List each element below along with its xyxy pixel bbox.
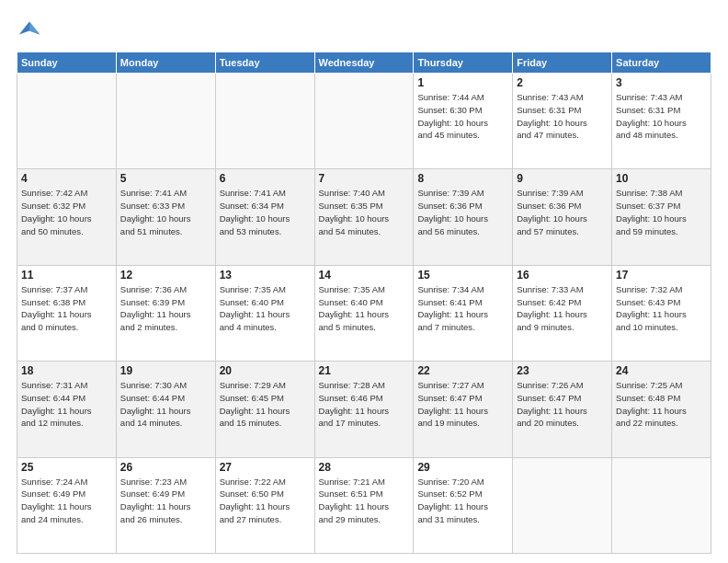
day-info: Sunrise: 7:33 AMSunset: 6:42 PMDaylight:… [517, 283, 608, 334]
day-info-line: and 29 minutes. [319, 514, 381, 524]
day-info-line: Daylight: 11 hours [417, 309, 488, 319]
calendar-cell [513, 457, 612, 553]
day-info-line: Sunrise: 7:32 AM [616, 284, 682, 294]
calendar-cell: 6Sunrise: 7:41 AMSunset: 6:34 PMDaylight… [215, 169, 314, 265]
day-info-line: Sunrise: 7:26 AM [517, 380, 583, 390]
calendar-week-5: 25Sunrise: 7:24 AMSunset: 6:49 PMDayligh… [17, 457, 711, 553]
day-info-line: Sunrise: 7:29 AM [220, 380, 286, 390]
day-info-line: Sunset: 6:48 PM [616, 393, 680, 403]
day-info: Sunrise: 7:41 AMSunset: 6:33 PMDaylight:… [120, 187, 211, 237]
day-info-line: Daylight: 11 hours [21, 309, 92, 319]
day-info-line: Sunset: 6:35 PM [319, 201, 383, 211]
day-info-line: Sunset: 6:49 PM [21, 488, 85, 499]
calendar-cell: 7Sunrise: 7:40 AMSunset: 6:35 PMDaylight… [314, 169, 414, 265]
day-info-line: Daylight: 11 hours [220, 406, 290, 416]
day-info: Sunrise: 7:37 AMSunset: 6:38 PMDaylight:… [21, 283, 112, 334]
day-info-line: Sunrise: 7:21 AM [319, 477, 385, 487]
day-info: Sunrise: 7:43 AMSunset: 6:31 PMDaylight:… [616, 91, 707, 142]
day-info-line: Daylight: 10 hours [517, 118, 587, 128]
day-number: 10 [616, 172, 707, 185]
day-info-line: Sunset: 6:37 PM [616, 201, 680, 211]
day-info-line: and 57 minutes. [517, 226, 579, 236]
calendar-cell: 8Sunrise: 7:39 AMSunset: 6:36 PMDaylight… [414, 169, 513, 265]
day-info-line: and 17 minutes. [319, 418, 381, 428]
calendar-week-2: 4Sunrise: 7:42 AMSunset: 6:32 PMDaylight… [17, 169, 711, 265]
day-info-line: Daylight: 10 hours [21, 213, 92, 224]
day-info-line: Daylight: 11 hours [120, 309, 191, 319]
day-info-line: Sunset: 6:34 PM [220, 201, 284, 211]
day-info-line: Sunset: 6:31 PM [517, 105, 581, 115]
day-info: Sunrise: 7:21 AMSunset: 6:51 PMDaylight:… [319, 476, 410, 526]
logo [17, 17, 46, 42]
day-number: 25 [21, 461, 112, 474]
day-info-line: Sunrise: 7:36 AM [120, 284, 187, 294]
day-info-line: and 54 minutes. [319, 226, 381, 236]
day-info-line: Sunrise: 7:43 AM [517, 92, 583, 102]
day-info-line: and 5 minutes. [319, 322, 376, 332]
day-info-line: Sunrise: 7:22 AM [220, 477, 286, 487]
day-info-line: Sunset: 6:30 PM [417, 105, 482, 115]
day-info-line: and 50 minutes. [21, 226, 84, 236]
calendar-cell: 21Sunrise: 7:28 AMSunset: 6:46 PMDayligh… [314, 362, 414, 457]
day-info: Sunrise: 7:36 AMSunset: 6:39 PMDaylight:… [120, 283, 211, 334]
day-info-line: Daylight: 10 hours [220, 213, 290, 224]
day-info-line: Daylight: 11 hours [517, 406, 587, 416]
day-info: Sunrise: 7:23 AMSunset: 6:49 PMDaylight:… [120, 476, 211, 526]
calendar-cell: 24Sunrise: 7:25 AMSunset: 6:48 PMDayligh… [612, 362, 711, 457]
calendar-cell: 22Sunrise: 7:27 AMSunset: 6:47 PMDayligh… [414, 362, 513, 457]
day-info-line: Sunset: 6:43 PM [616, 297, 680, 307]
day-info: Sunrise: 7:35 AMSunset: 6:40 PMDaylight:… [319, 283, 410, 334]
day-info-line: Daylight: 11 hours [319, 406, 390, 416]
day-info-line: Daylight: 11 hours [21, 501, 92, 511]
calendar-table: SundayMondayTuesdayWednesdayThursdayFrid… [17, 52, 711, 554]
day-info-line: and 2 minutes. [120, 322, 177, 332]
day-info: Sunrise: 7:34 AMSunset: 6:41 PMDaylight:… [417, 283, 508, 334]
day-info-line: Daylight: 11 hours [21, 406, 92, 416]
calendar-week-3: 11Sunrise: 7:37 AMSunset: 6:38 PMDayligh… [17, 265, 711, 361]
day-number: 4 [21, 172, 112, 185]
calendar-cell: 3Sunrise: 7:43 AMSunset: 6:31 PMDaylight… [612, 74, 711, 169]
day-info-line: Daylight: 11 hours [616, 309, 687, 319]
day-header-monday: Monday [116, 52, 215, 74]
day-info-line: Sunrise: 7:24 AM [21, 477, 87, 487]
day-info-line: Sunrise: 7:30 AM [120, 380, 187, 390]
day-info: Sunrise: 7:24 AMSunset: 6:49 PMDaylight:… [21, 476, 112, 526]
day-info-line: Daylight: 10 hours [417, 118, 488, 128]
day-info-line: and 24 minutes. [21, 514, 84, 524]
day-number: 29 [417, 461, 508, 474]
day-info-line: Sunset: 6:33 PM [120, 201, 185, 211]
day-info-line: Sunrise: 7:44 AM [417, 92, 483, 102]
day-info-line: Sunset: 6:38 PM [21, 297, 85, 307]
day-info: Sunrise: 7:39 AMSunset: 6:36 PMDaylight:… [517, 187, 608, 237]
day-number: 8 [417, 172, 508, 185]
day-info: Sunrise: 7:30 AMSunset: 6:44 PMDaylight:… [120, 379, 211, 430]
calendar-cell: 13Sunrise: 7:35 AMSunset: 6:40 PMDayligh… [215, 265, 314, 361]
day-number: 21 [319, 364, 410, 377]
day-info: Sunrise: 7:26 AMSunset: 6:47 PMDaylight:… [517, 379, 608, 430]
calendar-cell: 26Sunrise: 7:23 AMSunset: 6:49 PMDayligh… [116, 457, 215, 553]
day-info-line: Sunset: 6:42 PM [517, 297, 581, 307]
day-info: Sunrise: 7:22 AMSunset: 6:50 PMDaylight:… [220, 476, 311, 526]
day-info-line: Sunset: 6:41 PM [417, 297, 482, 307]
day-info-line: Daylight: 11 hours [220, 501, 290, 511]
day-info-line: Daylight: 11 hours [319, 309, 390, 319]
day-info-line: Sunrise: 7:39 AM [517, 188, 583, 198]
day-info-line: Sunrise: 7:27 AM [417, 380, 483, 390]
day-number: 15 [417, 269, 508, 282]
calendar-cell: 28Sunrise: 7:21 AMSunset: 6:51 PMDayligh… [314, 457, 414, 553]
day-info-line: Sunset: 6:31 PM [616, 105, 680, 115]
day-info: Sunrise: 7:43 AMSunset: 6:31 PMDaylight:… [517, 91, 608, 142]
day-info-line: Sunset: 6:50 PM [220, 488, 284, 499]
calendar-cell: 23Sunrise: 7:26 AMSunset: 6:47 PMDayligh… [513, 362, 612, 457]
day-info-line: Sunrise: 7:40 AM [319, 188, 385, 198]
day-info-line: and 4 minutes. [220, 322, 277, 332]
day-info-line: and 45 minutes. [417, 130, 480, 140]
calendar-week-1: 1Sunrise: 7:44 AMSunset: 6:30 PMDaylight… [17, 74, 711, 169]
calendar-cell: 20Sunrise: 7:29 AMSunset: 6:45 PMDayligh… [215, 362, 314, 457]
page: SundayMondayTuesdayWednesdayThursdayFrid… [0, 0, 728, 563]
calendar-cell: 15Sunrise: 7:34 AMSunset: 6:41 PMDayligh… [414, 265, 513, 361]
calendar-cell: 4Sunrise: 7:42 AMSunset: 6:32 PMDaylight… [17, 169, 117, 265]
day-info-line: Sunrise: 7:37 AM [21, 284, 87, 294]
day-number: 3 [616, 76, 707, 89]
calendar-cell [215, 74, 314, 169]
